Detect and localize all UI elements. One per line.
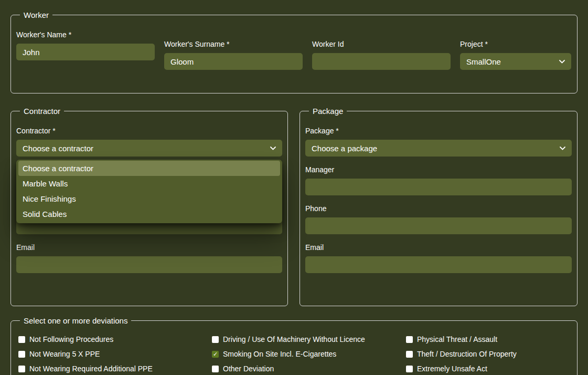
package-phone-field: Phone xyxy=(305,205,572,234)
package-manager-label: Manager xyxy=(305,166,572,173)
workers-name-input[interactable] xyxy=(16,44,155,60)
package-email-field: Email xyxy=(305,244,572,273)
checkbox-icon[interactable]: ✓ xyxy=(406,351,413,358)
contractor-section-legend: Contractor xyxy=(20,107,64,116)
contractor-dropdown-option[interactable]: Marble Walls xyxy=(18,176,280,191)
package-select-value: Choose a package xyxy=(312,144,377,153)
package-section-legend: Package xyxy=(309,107,347,116)
deviation-checkbox-item[interactable]: ✓ Other Deviation xyxy=(212,365,406,372)
deviations-grid: ✓ Not Following Procedures ✓ Not Wearing… xyxy=(11,321,577,372)
contractor-select-value: Choose a contractor xyxy=(23,144,93,153)
worker-section-legend: Worker xyxy=(20,11,52,19)
worker-id-input[interactable] xyxy=(312,53,451,70)
contractor-email-input[interactable] xyxy=(16,256,282,273)
deviation-checkbox-item[interactable]: ✓ Not Following Procedures xyxy=(18,336,212,343)
checkbox-icon[interactable]: ✓ xyxy=(212,351,219,358)
worker-section: Worker Worker's Name * Worker's Surname … xyxy=(10,15,578,93)
checkbox-icon[interactable]: ✓ xyxy=(406,366,413,372)
contractor-dropdown-option[interactable]: Choose a contractor xyxy=(18,161,280,176)
deviations-section-legend: Select one or more deviations xyxy=(20,316,131,325)
package-manager-input[interactable] xyxy=(305,179,572,195)
package-email-label: Email xyxy=(305,244,572,251)
workers-surname-label: Worker's Surname * xyxy=(164,40,303,48)
deviations-column-1: ✓ Not Following Procedures ✓ Not Wearing… xyxy=(18,336,212,372)
deviation-checkbox-item[interactable]: ✓ Physical Threat / Assault xyxy=(406,336,577,343)
checkbox-icon[interactable]: ✓ xyxy=(18,351,25,358)
package-fields: Package * Choose a package Manager Phone… xyxy=(300,111,577,273)
package-manager-field: Manager xyxy=(305,166,572,195)
chevron-down-icon xyxy=(559,60,565,64)
deviations-column-3: ✓ Physical Threat / Assault ✓ Theft / De… xyxy=(406,336,577,372)
contractor-dropdown-list: Choose a contractor Marble Walls Nice Fi… xyxy=(16,160,282,223)
contractor-select-label: Contractor * xyxy=(16,127,282,134)
contractor-email-field: Email xyxy=(16,244,282,273)
package-section: Package Package * Choose a package Manag… xyxy=(300,111,578,306)
contractor-email-label: Email xyxy=(16,244,282,251)
deviation-checkbox-item[interactable]: ✓ Theft / Destruction Of Property xyxy=(406,350,577,358)
deviations-column-2: ✓ Driving / Use Of Machinery Without Lic… xyxy=(212,336,406,372)
checkbox-icon[interactable]: ✓ xyxy=(212,336,219,343)
workers-name-label: Worker's Name * xyxy=(16,31,155,38)
deviation-checkbox-item[interactable]: ✓ Extremely Unsafe Act xyxy=(406,365,577,372)
package-select-label: Package * xyxy=(305,127,572,134)
package-select[interactable]: Choose a package xyxy=(305,140,572,157)
project-select-value: SmallOne xyxy=(466,57,501,66)
checkbox-icon[interactable]: ✓ xyxy=(18,366,25,372)
checkbox-icon[interactable]: ✓ xyxy=(406,336,413,343)
workers-surname-field: Worker's Surname * xyxy=(164,40,303,70)
deviation-checkbox-item[interactable]: ✓ Not Wearing Required Additional PPE xyxy=(18,365,212,372)
checkbox-icon[interactable]: ✓ xyxy=(212,366,219,372)
project-select[interactable]: SmallOne xyxy=(460,53,571,70)
deviation-checkbox-item[interactable]: ✓ Not Wearing 5 X PPE xyxy=(18,350,212,358)
chevron-down-icon xyxy=(270,147,276,150)
worker-id-field: Worker Id xyxy=(312,40,451,70)
worker-id-label: Worker Id xyxy=(312,40,451,48)
package-phone-label: Phone xyxy=(305,205,572,212)
workers-name-field: Worker's Name * xyxy=(16,31,155,70)
checkbox-icon[interactable]: ✓ xyxy=(18,336,25,343)
deviation-checkbox-item[interactable]: ✓ Smoking On Site Incl. E-Cigarettes xyxy=(212,350,406,358)
contractor-dropdown-option[interactable]: Solid Cables xyxy=(18,206,280,222)
project-field: Project * SmallOne xyxy=(460,40,571,70)
contractor-select[interactable]: Choose a contractor xyxy=(16,140,282,157)
workers-surname-input[interactable] xyxy=(164,53,303,70)
deviation-checkbox-item[interactable]: ✓ Driving / Use Of Machinery Without Lic… xyxy=(212,336,406,343)
chevron-down-icon xyxy=(560,147,565,150)
deviation-form-page: Worker Worker's Name * Worker's Surname … xyxy=(0,0,588,375)
package-select-field: Package * Choose a package xyxy=(305,127,572,157)
worker-fields-row: Worker's Name * Worker's Surname * Worke… xyxy=(11,15,577,70)
package-email-input[interactable] xyxy=(305,256,572,273)
checkmark-icon: ✓ xyxy=(213,351,218,357)
contractor-section: Contractor Contractor * Choose a contrac… xyxy=(10,111,288,306)
contractor-select-field: Contractor * Choose a contractor xyxy=(16,127,282,157)
contractor-dropdown-option[interactable]: Nice Finishings xyxy=(18,191,280,206)
package-phone-input[interactable] xyxy=(305,217,572,234)
deviations-section: Select one or more deviations ✓ Not Foll… xyxy=(10,320,578,375)
project-label: Project * xyxy=(460,40,571,48)
